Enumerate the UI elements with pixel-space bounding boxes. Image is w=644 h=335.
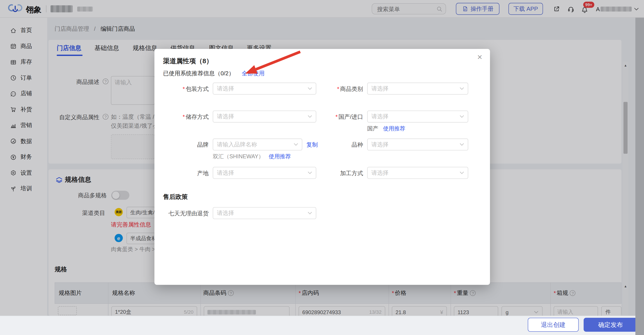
product-category-select[interactable]: 请选择 [367, 83, 468, 94]
chevron-down-icon [294, 143, 298, 146]
processing-select[interactable]: 请选择 [367, 167, 468, 179]
brand-label: 品牌 [154, 141, 208, 149]
aftersale-section-title: 售后政策 [163, 193, 188, 201]
brand-recommend-row: 双汇（SHINEWAY） 使用推荐 [213, 153, 291, 160]
app-root: 翎象 操作手册 下载 APP 99+ A [0, 0, 644, 335]
variety-label: 品种 [309, 141, 363, 149]
origin-place-label: 产地 [154, 170, 208, 177]
exit-create-button[interactable]: 退出创建 [528, 318, 579, 332]
packaging-select[interactable]: 请选择 [213, 83, 316, 94]
modal-title: 渠道属性项（8） [163, 57, 212, 66]
packaging-label: *包装方式 [154, 85, 208, 93]
chevron-down-icon [460, 143, 464, 146]
use-all-link[interactable]: 全部使用 [242, 70, 265, 76]
confirm-publish-button[interactable]: 确定发布 [584, 318, 638, 332]
chevron-down-icon [460, 87, 464, 90]
origin-type-select[interactable]: 请选择 [367, 111, 468, 123]
close-icon[interactable]: × [477, 53, 482, 61]
origin-type-label: *国产/进口 [309, 114, 363, 121]
page-scrollbar[interactable] [636, 18, 644, 335]
brand-select[interactable]: 请输入品牌名称 [213, 139, 302, 150]
origin-type-recommend-row: 国产 使用推荐 [367, 125, 405, 132]
processing-label: 加工方式 [309, 170, 363, 177]
product-category-label: *商品类别 [309, 85, 363, 93]
origin-place-select[interactable]: 请选择 [213, 167, 316, 179]
chevron-down-icon [460, 115, 464, 118]
origin-recommend-value: 国产 [367, 125, 378, 132]
brand-use-recommend-link[interactable]: 使用推荐 [269, 153, 291, 159]
used-recommend-info: 已使用系统推荐信息（0/2） [163, 70, 234, 76]
seven-day-return-label: 七天无理由退货 [154, 210, 208, 218]
variety-select[interactable]: 请选择 [367, 139, 468, 150]
storage-label: *储存方式 [154, 114, 208, 121]
storage-select[interactable]: 请选择 [213, 111, 316, 123]
footer-bar: 退出创建 确定发布 [0, 316, 644, 335]
origin-use-recommend-link[interactable]: 使用推荐 [383, 125, 405, 132]
chevron-down-icon [460, 171, 464, 174]
seven-day-return-select[interactable]: 请选择 [213, 207, 316, 219]
brand-recommend-value: 双汇（SHINEWAY） [213, 153, 264, 159]
chevron-down-icon [308, 212, 312, 214]
channel-attributes-modal: 渠道属性项（8） × 已使用系统推荐信息（0/2） 全部使用 *包装方式 请选择… [154, 49, 490, 285]
modal-subtitle-row: 已使用系统推荐信息（0/2） 全部使用 [163, 70, 264, 77]
